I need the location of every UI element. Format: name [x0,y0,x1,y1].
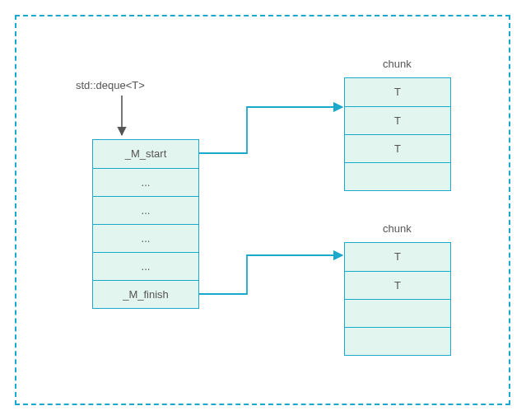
chunk2-cell-3 [345,327,450,355]
deque-title-label: std::deque<T> [76,79,145,91]
chunk1-cell-1: T [345,106,450,134]
deque-cell-ellipsis-3: ... [93,224,198,252]
chunk1-cell-3 [345,162,450,190]
chunk1-label: chunk [383,58,412,70]
deque-cell-ellipsis-4: ... [93,252,198,280]
deque-cell-ellipsis-2: ... [93,196,198,224]
chunk1-cell-0: T [345,78,450,106]
deque-cell-m-finish: _M_finish [93,280,198,308]
chunk2-cell-0: T [345,243,450,271]
chunk2-cell-2 [345,299,450,327]
deque-iterator-table: _M_start ... ... ... ... _M_finish [92,139,199,309]
chunk2-label: chunk [383,222,412,235]
chunk1-table: T T T [344,77,451,191]
chunk2-cell-1: T [345,271,450,299]
deque-cell-m-start: _M_start [93,140,198,168]
chunk1-cell-2: T [345,134,450,162]
deque-cell-ellipsis-1: ... [93,168,198,196]
chunk2-table: T T [344,242,451,356]
